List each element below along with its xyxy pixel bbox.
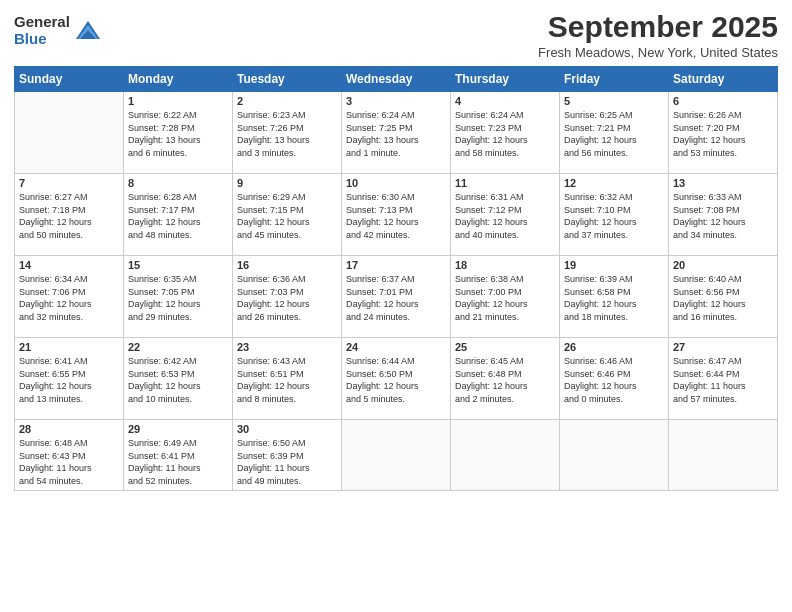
- day-info: Sunrise: 6:42 AMSunset: 6:53 PMDaylight:…: [128, 355, 228, 405]
- day-number: 21: [19, 341, 119, 353]
- day-number: 6: [673, 95, 773, 107]
- calendar-cell: [669, 420, 778, 491]
- day-info: Sunrise: 6:43 AMSunset: 6:51 PMDaylight:…: [237, 355, 337, 405]
- day-number: 7: [19, 177, 119, 189]
- day-number: 2: [237, 95, 337, 107]
- calendar-cell: 26Sunrise: 6:46 AMSunset: 6:46 PMDayligh…: [560, 338, 669, 420]
- calendar-cell: 22Sunrise: 6:42 AMSunset: 6:53 PMDayligh…: [124, 338, 233, 420]
- day-info: Sunrise: 6:46 AMSunset: 6:46 PMDaylight:…: [564, 355, 664, 405]
- day-info: Sunrise: 6:29 AMSunset: 7:15 PMDaylight:…: [237, 191, 337, 241]
- calendar-cell: 24Sunrise: 6:44 AMSunset: 6:50 PMDayligh…: [342, 338, 451, 420]
- calendar-week-row: 7Sunrise: 6:27 AMSunset: 7:18 PMDaylight…: [15, 174, 778, 256]
- calendar-cell: [342, 420, 451, 491]
- calendar-cell: 29Sunrise: 6:49 AMSunset: 6:41 PMDayligh…: [124, 420, 233, 491]
- day-info: Sunrise: 6:32 AMSunset: 7:10 PMDaylight:…: [564, 191, 664, 241]
- calendar-cell: 23Sunrise: 6:43 AMSunset: 6:51 PMDayligh…: [233, 338, 342, 420]
- col-header-friday: Friday: [560, 67, 669, 92]
- col-header-thursday: Thursday: [451, 67, 560, 92]
- calendar-cell: 11Sunrise: 6:31 AMSunset: 7:12 PMDayligh…: [451, 174, 560, 256]
- logo-blue: Blue: [14, 31, 70, 48]
- calendar-cell: 27Sunrise: 6:47 AMSunset: 6:44 PMDayligh…: [669, 338, 778, 420]
- day-info: Sunrise: 6:44 AMSunset: 6:50 PMDaylight:…: [346, 355, 446, 405]
- day-info: Sunrise: 6:39 AMSunset: 6:58 PMDaylight:…: [564, 273, 664, 323]
- day-info: Sunrise: 6:38 AMSunset: 7:00 PMDaylight:…: [455, 273, 555, 323]
- calendar: SundayMondayTuesdayWednesdayThursdayFrid…: [14, 66, 778, 491]
- calendar-cell: [560, 420, 669, 491]
- calendar-cell: 25Sunrise: 6:45 AMSunset: 6:48 PMDayligh…: [451, 338, 560, 420]
- calendar-cell: 2Sunrise: 6:23 AMSunset: 7:26 PMDaylight…: [233, 92, 342, 174]
- logo-general: General: [14, 14, 70, 31]
- calendar-cell: 13Sunrise: 6:33 AMSunset: 7:08 PMDayligh…: [669, 174, 778, 256]
- day-info: Sunrise: 6:37 AMSunset: 7:01 PMDaylight:…: [346, 273, 446, 323]
- location: Fresh Meadows, New York, United States: [538, 45, 778, 60]
- day-number: 10: [346, 177, 446, 189]
- calendar-week-row: 1Sunrise: 6:22 AMSunset: 7:28 PMDaylight…: [15, 92, 778, 174]
- main-container: General Blue September 2025 Fresh Meadow…: [0, 0, 792, 612]
- col-header-saturday: Saturday: [669, 67, 778, 92]
- day-number: 1: [128, 95, 228, 107]
- calendar-cell: 9Sunrise: 6:29 AMSunset: 7:15 PMDaylight…: [233, 174, 342, 256]
- day-info: Sunrise: 6:36 AMSunset: 7:03 PMDaylight:…: [237, 273, 337, 323]
- calendar-cell: 10Sunrise: 6:30 AMSunset: 7:13 PMDayligh…: [342, 174, 451, 256]
- day-info: Sunrise: 6:31 AMSunset: 7:12 PMDaylight:…: [455, 191, 555, 241]
- col-header-monday: Monday: [124, 67, 233, 92]
- day-number: 4: [455, 95, 555, 107]
- day-number: 5: [564, 95, 664, 107]
- day-number: 17: [346, 259, 446, 271]
- day-number: 30: [237, 423, 337, 435]
- day-info: Sunrise: 6:24 AMSunset: 7:23 PMDaylight:…: [455, 109, 555, 159]
- day-number: 19: [564, 259, 664, 271]
- day-info: Sunrise: 6:33 AMSunset: 7:08 PMDaylight:…: [673, 191, 773, 241]
- calendar-week-row: 21Sunrise: 6:41 AMSunset: 6:55 PMDayligh…: [15, 338, 778, 420]
- calendar-cell: [15, 92, 124, 174]
- day-number: 28: [19, 423, 119, 435]
- logo-text: General Blue: [14, 14, 70, 47]
- logo-icon: [74, 17, 102, 45]
- day-number: 27: [673, 341, 773, 353]
- calendar-cell: 6Sunrise: 6:26 AMSunset: 7:20 PMDaylight…: [669, 92, 778, 174]
- day-info: Sunrise: 6:35 AMSunset: 7:05 PMDaylight:…: [128, 273, 228, 323]
- calendar-cell: 20Sunrise: 6:40 AMSunset: 6:56 PMDayligh…: [669, 256, 778, 338]
- day-number: 22: [128, 341, 228, 353]
- day-info: Sunrise: 6:40 AMSunset: 6:56 PMDaylight:…: [673, 273, 773, 323]
- day-number: 11: [455, 177, 555, 189]
- calendar-cell: 5Sunrise: 6:25 AMSunset: 7:21 PMDaylight…: [560, 92, 669, 174]
- calendar-cell: 28Sunrise: 6:48 AMSunset: 6:43 PMDayligh…: [15, 420, 124, 491]
- col-header-sunday: Sunday: [15, 67, 124, 92]
- day-info: Sunrise: 6:45 AMSunset: 6:48 PMDaylight:…: [455, 355, 555, 405]
- day-number: 15: [128, 259, 228, 271]
- col-header-wednesday: Wednesday: [342, 67, 451, 92]
- day-number: 8: [128, 177, 228, 189]
- title-block: September 2025 Fresh Meadows, New York, …: [538, 10, 778, 60]
- day-number: 29: [128, 423, 228, 435]
- day-number: 23: [237, 341, 337, 353]
- calendar-header-row: SundayMondayTuesdayWednesdayThursdayFrid…: [15, 67, 778, 92]
- day-number: 13: [673, 177, 773, 189]
- logo: General Blue: [14, 14, 102, 47]
- calendar-cell: 7Sunrise: 6:27 AMSunset: 7:18 PMDaylight…: [15, 174, 124, 256]
- day-number: 9: [237, 177, 337, 189]
- calendar-cell: 17Sunrise: 6:37 AMSunset: 7:01 PMDayligh…: [342, 256, 451, 338]
- day-info: Sunrise: 6:24 AMSunset: 7:25 PMDaylight:…: [346, 109, 446, 159]
- day-info: Sunrise: 6:47 AMSunset: 6:44 PMDaylight:…: [673, 355, 773, 405]
- day-number: 24: [346, 341, 446, 353]
- day-number: 14: [19, 259, 119, 271]
- day-info: Sunrise: 6:26 AMSunset: 7:20 PMDaylight:…: [673, 109, 773, 159]
- day-info: Sunrise: 6:22 AMSunset: 7:28 PMDaylight:…: [128, 109, 228, 159]
- day-info: Sunrise: 6:30 AMSunset: 7:13 PMDaylight:…: [346, 191, 446, 241]
- calendar-cell: 19Sunrise: 6:39 AMSunset: 6:58 PMDayligh…: [560, 256, 669, 338]
- day-info: Sunrise: 6:27 AMSunset: 7:18 PMDaylight:…: [19, 191, 119, 241]
- calendar-cell: 8Sunrise: 6:28 AMSunset: 7:17 PMDaylight…: [124, 174, 233, 256]
- day-number: 18: [455, 259, 555, 271]
- day-info: Sunrise: 6:50 AMSunset: 6:39 PMDaylight:…: [237, 437, 337, 487]
- calendar-cell: 30Sunrise: 6:50 AMSunset: 6:39 PMDayligh…: [233, 420, 342, 491]
- day-info: Sunrise: 6:25 AMSunset: 7:21 PMDaylight:…: [564, 109, 664, 159]
- calendar-week-row: 14Sunrise: 6:34 AMSunset: 7:06 PMDayligh…: [15, 256, 778, 338]
- day-info: Sunrise: 6:28 AMSunset: 7:17 PMDaylight:…: [128, 191, 228, 241]
- calendar-cell: 4Sunrise: 6:24 AMSunset: 7:23 PMDaylight…: [451, 92, 560, 174]
- calendar-cell: 21Sunrise: 6:41 AMSunset: 6:55 PMDayligh…: [15, 338, 124, 420]
- day-number: 25: [455, 341, 555, 353]
- day-number: 20: [673, 259, 773, 271]
- day-info: Sunrise: 6:41 AMSunset: 6:55 PMDaylight:…: [19, 355, 119, 405]
- day-info: Sunrise: 6:48 AMSunset: 6:43 PMDaylight:…: [19, 437, 119, 487]
